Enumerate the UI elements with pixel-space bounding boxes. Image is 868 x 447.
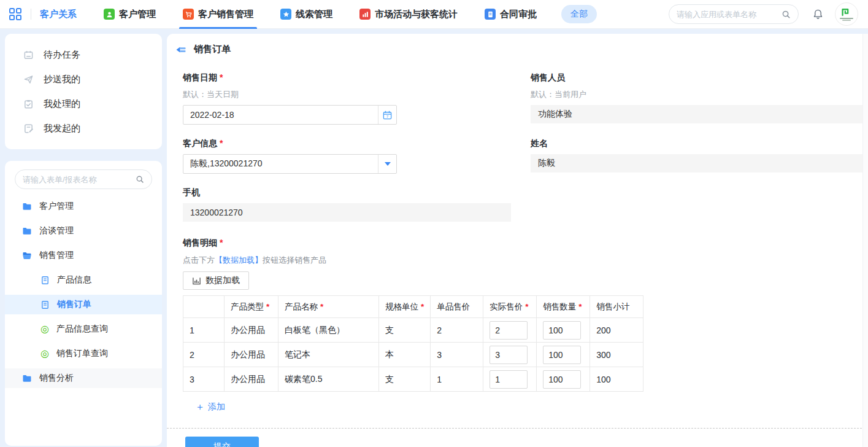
actual-price-input[interactable]	[490, 370, 528, 389]
sale-date-input[interactable]	[183, 110, 378, 120]
main-content: 销售订单 销售日期* 默认：当天日期 7 销售人员 默认：当前用户 功能体验	[167, 34, 868, 447]
plus-icon: ＋	[195, 402, 205, 412]
tab-leads-management[interactable]: 线索管理	[280, 0, 332, 29]
sidebar-item-cc-to-me[interactable]: 抄送我的	[5, 67, 162, 91]
sidebar-form-panel: 客户管理 洽谈管理 销售管理 产品信息 销售订单 ◎ 产品信息查询 ◎ 销售订单…	[5, 161, 162, 446]
company-logo[interactable]	[835, 2, 858, 26]
sales-person-hint: 默认：当前用户	[531, 89, 868, 100]
sidebar-item-label: 我处理的	[44, 98, 80, 110]
page-title: 销售订单	[194, 44, 231, 55]
required-asterisk: *	[220, 72, 223, 82]
tree-folder-customer-management[interactable]: 客户管理	[5, 196, 162, 216]
table-row: 1 办公用品 白板笔（黑色） 支 2 200	[183, 318, 643, 343]
notification-bell-icon[interactable]	[812, 9, 824, 20]
column-header-index	[183, 296, 225, 318]
tree-folder-sales-analysis[interactable]: 销售分析	[5, 368, 162, 388]
actual-price-input[interactable]	[490, 346, 528, 364]
row-index: 1	[183, 318, 225, 343]
cell-product-name: 碳素笔0.5	[278, 367, 379, 392]
row-index: 3	[183, 367, 225, 392]
folder-icon	[22, 201, 32, 211]
sidebar-quick-panel: 待办任务 抄送我的 我处理的 我发起的	[5, 34, 162, 149]
cell-quantity	[537, 367, 590, 392]
quantity-input[interactable]	[543, 346, 581, 364]
app-search-input[interactable]	[677, 10, 777, 19]
data-load-hint-link[interactable]: 【数据加载】	[215, 255, 263, 265]
customer-select-value[interactable]	[183, 159, 378, 169]
actual-price-input[interactable]	[490, 321, 528, 340]
folder-icon	[22, 226, 32, 236]
topbar: 客户关系 客户管理 客户销售管理 线索管理 市场活动与获客统计 合同审批 全部	[0, 0, 868, 29]
tree-folder-negotiation-management[interactable]: 洽谈管理	[5, 221, 162, 241]
name-value: 陈毅	[531, 154, 868, 173]
tab-customer-management[interactable]: 客户管理	[104, 0, 156, 29]
tab-label: 客户管理	[119, 9, 156, 20]
tree-item-label: 洽谈管理	[39, 225, 74, 236]
bar-chart-icon	[192, 276, 201, 286]
chevron-down-icon[interactable]	[378, 155, 396, 173]
cell-product-type: 办公用品	[225, 318, 278, 343]
cell-actual-price	[483, 343, 537, 367]
form-doc-icon	[40, 276, 50, 285]
search-icon[interactable]	[136, 175, 144, 184]
cell-unit-price: 1	[431, 367, 483, 392]
cart-app-icon	[183, 9, 194, 20]
all-apps-pill[interactable]: 全部	[561, 5, 597, 23]
required-asterisk: *	[220, 238, 223, 247]
calendar-icon[interactable]: 7	[378, 106, 396, 124]
tree-form-sales-order[interactable]: 销售订单	[5, 295, 162, 314]
tree-folder-sales-management[interactable]: 销售管理	[5, 246, 162, 265]
customer-info-label: 客户信息*	[183, 138, 504, 149]
cell-product-name: 白板笔（黑色）	[278, 318, 379, 343]
tree-query-sales-order[interactable]: ◎ 销售订单查询	[5, 344, 162, 363]
tree-item-label: 销售管理	[39, 250, 74, 261]
sales-person-label: 销售人员	[531, 72, 868, 84]
stats-app-icon	[359, 9, 371, 20]
cell-subtotal: 300	[590, 343, 643, 367]
sidebar-item-initiated-by-me[interactable]: 我发起的	[5, 116, 162, 141]
quantity-input[interactable]	[543, 370, 581, 389]
workspace-name[interactable]: 客户关系	[40, 9, 77, 20]
folder-open-icon	[22, 251, 32, 260]
mobile-label: 手机	[183, 187, 511, 198]
back-icon[interactable]	[175, 44, 186, 55]
cell-spec-unit: 支	[379, 367, 431, 392]
initiated-doc-icon	[23, 123, 34, 134]
column-header-product-type: 产品类型*	[225, 296, 278, 318]
sidebar-item-label: 我发起的	[44, 123, 80, 134]
add-row-button[interactable]: ＋ 添加	[195, 402, 225, 413]
tab-label: 合同审批	[500, 9, 537, 20]
tree-item-label: 产品信息	[57, 274, 91, 286]
customer-select[interactable]	[183, 154, 397, 174]
tree-form-product-info[interactable]: 产品信息	[5, 270, 162, 290]
column-header-product-name: 产品名称*	[278, 296, 379, 318]
cell-spec-unit: 支	[379, 318, 431, 343]
app-search-box[interactable]	[669, 4, 799, 24]
sale-date-field: 7	[183, 105, 397, 125]
submit-button[interactable]: 提交	[185, 437, 259, 447]
apps-grid-icon[interactable]	[9, 7, 22, 21]
sidebar-item-label: 待办任务	[44, 49, 80, 61]
tab-customer-sales-management[interactable]: 客户销售管理	[183, 0, 253, 29]
form-header: 销售订单	[167, 34, 868, 59]
sales-detail-section: 销售明细* 点击下方【数据加载】按钮选择销售产品 数据加载 产品类型* 产品名称…	[183, 238, 868, 413]
cell-product-type: 办公用品	[225, 343, 278, 367]
quantity-input[interactable]	[543, 321, 581, 340]
column-header-spec-unit: 规格单位*	[379, 296, 431, 318]
sales-person-value: 功能体验	[531, 105, 868, 123]
tree-query-product-info[interactable]: ◎ 产品信息查询	[5, 319, 162, 339]
search-icon[interactable]	[782, 10, 791, 19]
form-search-box[interactable]	[15, 169, 152, 189]
tab-contract-approval[interactable]: 合同审批	[485, 0, 537, 29]
sidebar-item-todo-tasks[interactable]: 待办任务	[5, 42, 162, 67]
cell-spec-unit: 本	[379, 343, 431, 367]
tab-market-activity-stats[interactable]: 市场活动与获客统计	[359, 0, 458, 29]
data-load-button[interactable]: 数据加载	[183, 271, 249, 290]
sidebar-item-handled-by-me[interactable]: 我处理的	[5, 91, 162, 116]
cell-actual-price	[483, 318, 537, 343]
form-search-input[interactable]	[23, 175, 131, 184]
sidebar-item-label: 抄送我的	[44, 74, 80, 85]
column-header-actual-price: 实际售价*	[483, 296, 537, 318]
sale-date-hint: 默认：当天日期	[183, 89, 504, 100]
logo-text-line	[842, 20, 851, 21]
